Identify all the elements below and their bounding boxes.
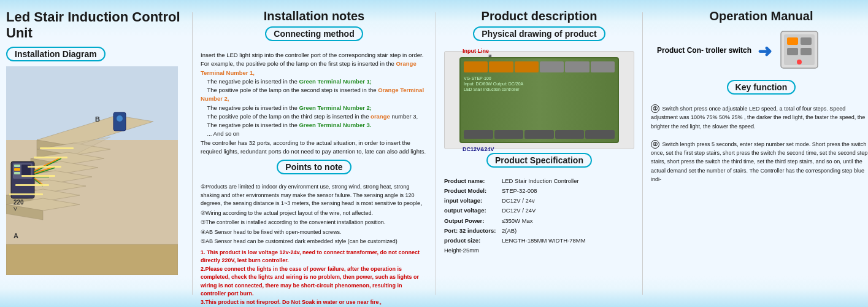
top-terminals bbox=[464, 61, 615, 72]
svg-rect-40 bbox=[15, 184, 49, 186]
spec-model-value: STEP-32-008 bbox=[502, 186, 537, 196]
spec-model-label: Product Model: bbox=[444, 186, 499, 196]
switch-diagram-svg bbox=[778, 28, 821, 71]
product-description-title: Product description bbox=[444, 9, 634, 23]
bottom-terminal-5 bbox=[585, 130, 615, 139]
svg-text:B: B bbox=[95, 115, 100, 123]
bottom-terminal-1 bbox=[464, 130, 493, 139]
svg-rect-51 bbox=[801, 48, 812, 55]
intro-text: Insert the LED light strip into the cont… bbox=[201, 51, 428, 156]
svg-rect-41 bbox=[9, 193, 43, 195]
spec-row-output: output voltage: DC12V / 24V bbox=[444, 206, 634, 216]
spec-row-size: product size: LENGTH-185MM WIDTH-78MM bbox=[444, 236, 634, 246]
note-5: ⑤AB Sensor head can be customized dark e… bbox=[201, 238, 428, 246]
terminal-orange-1 bbox=[464, 61, 488, 72]
terminal-gray-3 bbox=[591, 61, 615, 72]
switch-diagram-wrapper bbox=[778, 28, 821, 74]
spec-size-label: product size: bbox=[444, 236, 499, 246]
operation-point-1: ① Switch short press once adjustable LED… bbox=[651, 104, 868, 131]
svg-rect-19 bbox=[6, 244, 178, 275]
note-3: ③The controller is installed according t… bbox=[201, 219, 428, 227]
operation-manual-title: Operation Manual bbox=[651, 9, 868, 23]
svg-rect-48 bbox=[787, 37, 798, 45]
spec-row-input: input voltage: DC12V / 24v bbox=[444, 196, 634, 206]
spec-power-label: Output Power: bbox=[444, 216, 499, 226]
pcb-line1: VG-STEP-100 bbox=[464, 76, 523, 81]
connecting-method-badge-wrapper: Connecting method bbox=[201, 26, 428, 46]
op1-text: Switch short press once adjustable LED s… bbox=[651, 106, 865, 130]
dc-label: DC12V&24V bbox=[463, 146, 494, 152]
terminal-orange-2 bbox=[489, 61, 513, 72]
section-installation: Led Stair Induction Control Unit Install… bbox=[3, 6, 187, 301]
note-1: ①Products are limited to indoor dry envi… bbox=[201, 183, 428, 208]
svg-rect-38 bbox=[28, 166, 61, 168]
bottom-terminal-4 bbox=[555, 130, 585, 139]
svg-rect-37 bbox=[34, 157, 67, 158]
divider-2 bbox=[436, 12, 436, 295]
pcb-line3: LED Stair induction controller bbox=[464, 87, 523, 92]
physical-drawing-badge: Physical drawing of product bbox=[473, 26, 605, 41]
op2-text: Switch length press 5 seconds, enter ste… bbox=[651, 141, 867, 183]
installation-diagram-badge: Installation Diagram bbox=[6, 47, 106, 61]
spec-power-value: ≤350W Max bbox=[502, 216, 533, 226]
spec-name-label: Product name: bbox=[444, 176, 499, 186]
main-container: Led Stair Induction Control Unit Install… bbox=[0, 0, 868, 307]
svg-rect-39 bbox=[21, 175, 55, 177]
spec-port-label: Port: 32 inductors: bbox=[444, 226, 499, 236]
green-terminal-1: Green Terminal Number 1; bbox=[299, 78, 372, 85]
spec-size-value: LENGTH-185MM WIDTH-78MM bbox=[502, 236, 586, 246]
bottom-terminal-3 bbox=[524, 130, 554, 139]
key-function-badge: Key function bbox=[727, 80, 796, 95]
warning-2: 2.Please connect the lights in the case … bbox=[201, 265, 428, 298]
warning-texts: 1. This product is low voltage 12v-24v, … bbox=[201, 249, 428, 307]
pcb-line2: Input: DC/60W Output: DC/20A bbox=[464, 81, 523, 87]
svg-point-52 bbox=[797, 60, 802, 64]
pcb-text-area: VG-STEP-100 Input: DC/60W Output: DC/20A… bbox=[464, 76, 523, 92]
section-operation: Operation Manual Product Con- troller sw… bbox=[648, 6, 868, 301]
section-product: Product description Physical drawing of … bbox=[441, 6, 637, 301]
svg-rect-24 bbox=[14, 172, 20, 174]
terminal-gray-2 bbox=[565, 61, 589, 72]
spec-row-name: Product name: LED Stair Induction Contro… bbox=[444, 176, 634, 186]
svg-rect-23 bbox=[14, 168, 20, 171]
warning-3: 3.This product is not fireproof. Do Not … bbox=[201, 298, 428, 307]
numbered-points: ①Products are limited to indoor dry envi… bbox=[201, 183, 428, 246]
orange-number-3: orange bbox=[371, 113, 390, 120]
connecting-method-badge: Connecting method bbox=[265, 26, 363, 41]
operation-point-2: ② Switch length press 5 seconds, enter s… bbox=[651, 140, 868, 184]
svg-rect-22 bbox=[14, 165, 20, 167]
section-installation-notes: Installation notes Connecting method Ins… bbox=[198, 6, 431, 301]
spec-name-value: LED Stair Induction Controller bbox=[502, 176, 579, 186]
note-2: ②Wiring according to the actual project … bbox=[201, 209, 428, 218]
points-to-note-badge: Points to note bbox=[277, 160, 351, 174]
pcb-board: VG-STEP-100 Input: DC/60W Output: DC/20A… bbox=[459, 57, 619, 143]
circle-1: ① bbox=[651, 104, 659, 113]
product-specification-badge: Product Specification bbox=[486, 153, 592, 168]
green-terminal-2: Green Terminal Number 2; bbox=[299, 104, 372, 111]
svg-rect-50 bbox=[787, 48, 798, 55]
spec-badge-wrapper: Product Specification bbox=[444, 153, 634, 173]
operation-text-area: ① Switch short press once adjustable LED… bbox=[651, 104, 868, 184]
controller-switch-label: Product Con- troller switch bbox=[657, 46, 751, 56]
spec-input-label: input voltage: bbox=[444, 196, 499, 206]
terminal-orange-3 bbox=[515, 61, 539, 72]
warning-1: 1. This product is low voltage 12v-24v, … bbox=[201, 249, 428, 265]
spec-port-value: 2(AB) bbox=[502, 226, 517, 236]
points-badge-wrapper: Points to note bbox=[201, 160, 428, 179]
svg-text:220: 220 bbox=[13, 199, 24, 206]
divider-1 bbox=[192, 12, 193, 295]
installation-notes-title: Installation notes bbox=[201, 9, 428, 23]
spec-table: Product name: LED Stair Induction Contro… bbox=[444, 176, 634, 255]
spec-row-model: Product Model: STEP-32-008 bbox=[444, 186, 634, 196]
divider-3 bbox=[642, 12, 643, 295]
circle-2: ② bbox=[651, 140, 659, 149]
main-title: Led Stair Induction Control Unit bbox=[6, 9, 184, 42]
product-image-area: Input Line ➕ VG-ST bbox=[444, 51, 634, 149]
svg-rect-36 bbox=[40, 147, 74, 149]
svg-point-45 bbox=[117, 115, 123, 122]
operation-top-area: Product Con- troller switch ➜ bbox=[651, 28, 868, 74]
stair-illustration: 220 V B A bbox=[6, 66, 178, 275]
physical-badge-wrapper: Physical drawing of product bbox=[444, 26, 634, 46]
spec-height-value: Height-25mm bbox=[444, 246, 479, 255]
green-terminal-3: Green Terminal Number 3. bbox=[299, 122, 371, 128]
